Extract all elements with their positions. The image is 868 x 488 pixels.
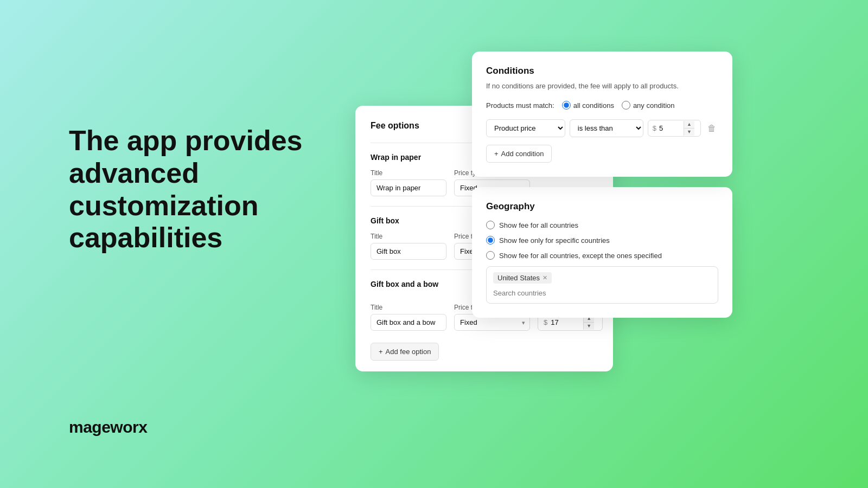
bow-value-down[interactable]: ▼: [584, 323, 594, 330]
plus-icon: +: [379, 348, 383, 356]
condition-value-wrap: $ ▲ ▼: [648, 120, 701, 137]
condition-currency-symbol: $: [648, 124, 659, 132]
add-fee-label: Add fee option: [386, 348, 431, 356]
geo-except-radio[interactable]: [486, 251, 495, 260]
giftbox-title-label: Title: [371, 233, 446, 240]
add-fee-option-button[interactable]: + Add fee option: [371, 343, 439, 361]
geo-except-countries-option[interactable]: Show fee for all countries, except the o…: [486, 251, 718, 260]
wrap-title-label: Title: [371, 169, 446, 177]
country-tag-us-remove[interactable]: ✕: [542, 274, 547, 281]
match-any-label: any condition: [633, 101, 675, 110]
hero-section: The app provides advanced customization …: [69, 125, 329, 254]
add-condition-label: Add condition: [501, 150, 544, 158]
brand-logo: mageworx: [69, 418, 147, 436]
condition-field-select[interactable]: Product price Product weight Product qua…: [486, 119, 565, 137]
bow-title-field: Title: [371, 304, 446, 331]
gift-box-bow-title: Gift box and a bow: [371, 280, 438, 288]
bow-title-input[interactable]: [371, 314, 446, 331]
country-search-box: United States ✕: [486, 266, 718, 304]
geography-panel: Geography Show fee for all countries Sho…: [472, 187, 732, 318]
match-row: Products must match: all conditions any …: [486, 101, 718, 110]
match-all-radio[interactable]: [562, 101, 571, 110]
match-label: Products must match:: [486, 101, 554, 110]
condition-row: Product price Product weight Product qua…: [486, 119, 718, 137]
condition-operator-select[interactable]: is less than is greater than is equal to: [570, 119, 643, 137]
condition-spinners: ▲ ▼: [684, 121, 694, 136]
condition-value-down[interactable]: ▼: [684, 129, 694, 136]
plus-icon: +: [494, 150, 499, 158]
geo-all-countries-option[interactable]: Show fee for all countries: [486, 221, 718, 229]
match-any-option[interactable]: any condition: [622, 101, 675, 110]
wrap-title-field: Title: [371, 169, 446, 196]
geo-all-radio[interactable]: [486, 221, 495, 229]
conditions-title: Conditions: [486, 66, 718, 76]
wrap-title-input[interactable]: [371, 179, 446, 196]
geo-except-label: Show fee for all countries, except the o…: [499, 252, 662, 260]
giftbox-title-field: Title: [371, 233, 446, 260]
match-all-option[interactable]: all conditions: [562, 101, 614, 110]
condition-delete-button[interactable]: 🗑: [705, 121, 718, 136]
country-tags-row: United States ✕: [493, 272, 711, 287]
bow-title-label: Title: [371, 304, 446, 311]
geo-all-label: Show fee for all countries: [499, 221, 578, 229]
country-search-input[interactable]: [493, 289, 711, 297]
geography-title: Geography: [486, 201, 718, 212]
add-condition-button[interactable]: + Add condition: [486, 145, 552, 163]
match-any-radio[interactable]: [622, 101, 630, 110]
geo-specific-countries-option[interactable]: Show fee only for specific countries: [486, 236, 718, 245]
currency-symbol: $: [538, 318, 551, 326]
condition-value-input[interactable]: [659, 120, 684, 136]
geo-specific-label: Show fee only for specific countries: [499, 236, 610, 245]
conditions-description: If no conditions are provided, the fee w…: [486, 82, 718, 90]
hero-text: The app provides advanced customization …: [69, 125, 329, 254]
country-tag-us-name: United States: [497, 274, 540, 282]
match-all-label: all conditions: [573, 101, 614, 110]
conditions-panel: Conditions If no conditions are provided…: [472, 52, 732, 177]
geo-specific-radio[interactable]: [486, 236, 495, 245]
condition-value-up[interactable]: ▲: [684, 121, 694, 129]
giftbox-title-input[interactable]: [371, 243, 446, 260]
country-tag-us: United States ✕: [493, 272, 552, 284]
